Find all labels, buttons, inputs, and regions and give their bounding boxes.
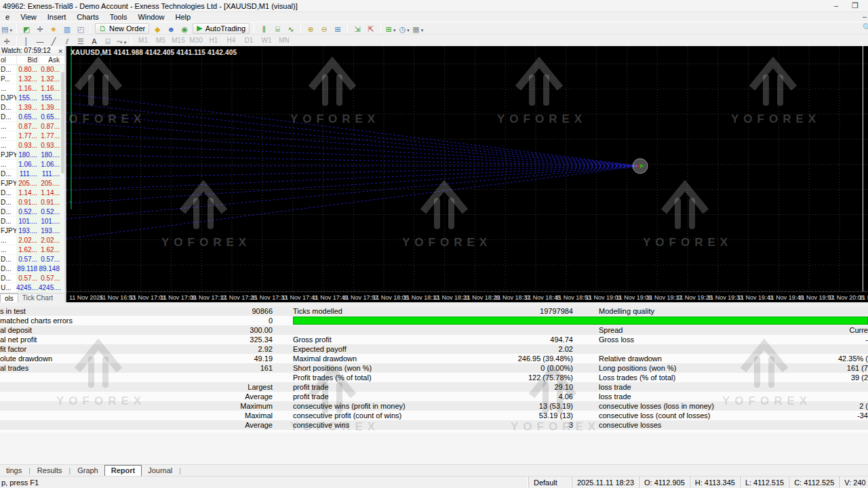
market-watch-row[interactable]: ...0.87...0.87... bbox=[0, 122, 64, 131]
trendline-icon[interactable]: ╱ bbox=[47, 35, 60, 46]
templates-dropdown-icon[interactable]: ▦▾ bbox=[412, 23, 424, 34]
timeframe-button-m5[interactable]: M5 bbox=[153, 36, 169, 45]
zoom-in-icon[interactable]: ⊕ bbox=[304, 23, 317, 34]
text-label-icon[interactable]: ⌺ bbox=[102, 35, 114, 46]
market-watch-row[interactable]: FJPY193....193.... bbox=[0, 226, 64, 236]
menu-window[interactable]: Window bbox=[132, 12, 170, 22]
search-icon[interactable]: 🔍 bbox=[863, 23, 868, 33]
restore-button[interactable]: ❐ bbox=[848, 1, 863, 11]
experts-icon[interactable]: ☻ bbox=[165, 23, 177, 34]
menu-view[interactable]: View bbox=[15, 12, 42, 22]
market-watch-tab-tick-chart[interactable]: Tick Chart bbox=[18, 293, 57, 302]
crosshair-move-icon[interactable]: ✛ bbox=[34, 23, 46, 34]
timeframe-button-h1[interactable]: H1 bbox=[205, 36, 222, 45]
market-watch-row[interactable]: ...1.77...1.77... bbox=[0, 131, 64, 141]
chart-window-minimize-button[interactable]: – bbox=[863, 12, 867, 20]
cursor-crosshair-icon[interactable]: ✛ bbox=[1, 35, 13, 46]
tile-windows-icon[interactable]: ⊞ bbox=[332, 23, 344, 34]
market-watch-row[interactable]: D...0.65...0.65... bbox=[0, 113, 64, 122]
zoom-out-icon[interactable]: ⊖ bbox=[318, 23, 330, 34]
timeframe-button-d1[interactable]: D1 bbox=[241, 36, 257, 45]
bar-chart-icon[interactable]: ⫼ bbox=[258, 23, 270, 34]
timeframe-button-m15[interactable]: M15 bbox=[170, 36, 186, 45]
scrollbar-thumb[interactable] bbox=[61, 72, 64, 174]
time-axis[interactable]: 11 Nov 202511 Nov 16:5311 Nov 17:0111 No… bbox=[66, 291, 868, 302]
line-chart-icon[interactable]: ∿ bbox=[285, 23, 297, 34]
market-watch-row[interactable]: D...0.80...0.80... bbox=[0, 65, 64, 75]
indicator-lamp-icon[interactable]: ◆ bbox=[151, 23, 163, 34]
tester-tab-tings[interactable]: tings bbox=[0, 466, 28, 476]
indicators-dropdown-icon[interactable]: ⊞▾ bbox=[384, 23, 397, 34]
fibonacci-icon[interactable]: ☰ bbox=[75, 35, 87, 46]
chart-shift-icon[interactable]: ⇱ bbox=[365, 23, 377, 34]
menu-charts[interactable]: Charts bbox=[71, 12, 104, 22]
tester-tab-results[interactable]: Results bbox=[31, 466, 68, 476]
menu-help[interactable]: Help bbox=[170, 12, 197, 22]
close-icon[interactable]: ✕ bbox=[58, 47, 63, 56]
auto-scroll-icon[interactable]: ⇲ bbox=[351, 23, 363, 34]
market-watch-row[interactable]: PJPY180....180.... bbox=[0, 150, 64, 160]
market-watch-row[interactable]: D...0.57...0.57... bbox=[0, 255, 64, 264]
report-label-2: consecutive wins bbox=[293, 420, 435, 430]
market-watch-row[interactable]: FJPY205....205.... bbox=[0, 179, 64, 188]
new-order-icon: 🗋 bbox=[99, 24, 106, 33]
timeframe-button-m1[interactable]: M1 bbox=[135, 36, 151, 45]
profiles-icon[interactable]: ◩ bbox=[20, 23, 33, 34]
market-watch-row[interactable]: P...1.32...1.32... bbox=[0, 75, 64, 84]
column-symbol[interactable]: ol bbox=[0, 56, 16, 64]
market-watch-scrollbar[interactable] bbox=[61, 65, 64, 293]
column-ask[interactable]: Ask bbox=[39, 56, 61, 64]
autotrading-button[interactable]: ▶AutoTrading bbox=[193, 23, 250, 34]
market-watch-row[interactable]: D...89.11889.148 bbox=[0, 264, 64, 274]
market-watch-row[interactable]: ...2.02...2.02... bbox=[0, 236, 64, 245]
market-watch-row[interactable]: D...101....101.... bbox=[0, 217, 64, 226]
report-label-2: consecutive profit (count of wins) bbox=[293, 411, 435, 420]
column-bid[interactable]: Bid bbox=[16, 56, 39, 64]
market-watch-row[interactable]: ...1.16...1.16... bbox=[0, 84, 64, 94]
timeframe-button-h4[interactable]: H4 bbox=[223, 36, 239, 45]
symbol-cell: D... bbox=[0, 274, 16, 283]
navigator-window-icon[interactable]: ◰ bbox=[75, 23, 87, 34]
market-watch-row[interactable]: D...0.57...0.57... bbox=[0, 274, 64, 283]
periods-dropdown-icon[interactable]: ◷▾ bbox=[398, 23, 410, 34]
new-order-button[interactable]: 🗋New Order bbox=[95, 23, 149, 34]
tester-tab-journal[interactable]: Journal bbox=[142, 466, 178, 476]
horizontal-line-icon[interactable]: — bbox=[34, 35, 46, 46]
market-watch-row[interactable]: ...0.93...0.93... bbox=[0, 141, 64, 150]
bid-cell: 0.93... bbox=[16, 141, 39, 150]
arrows-dropdown-icon[interactable]: ⤳▾ bbox=[115, 35, 127, 46]
timeframe-button-mn[interactable]: MN bbox=[276, 36, 292, 45]
market-watch-tab-ols[interactable]: ols bbox=[0, 293, 18, 302]
price-chart[interactable]: XAUUSD,M1 4141.988 4142.405 4141.115 414… bbox=[66, 46, 868, 302]
autotrading-icon: ▶ bbox=[197, 24, 202, 33]
menu-file[interactable]: e bbox=[0, 12, 15, 22]
candlestick-chart-icon[interactable]: ⌸ bbox=[271, 23, 283, 34]
tester-tab-report[interactable]: Report bbox=[104, 465, 142, 476]
bid-cell: 1.14... bbox=[16, 188, 39, 197]
market-watch-row[interactable]: D...1.14...1.14... bbox=[0, 188, 64, 198]
minimize-button[interactable]: – bbox=[829, 1, 844, 11]
tester-tab-graph[interactable]: Graph bbox=[71, 466, 104, 476]
market-watch-row[interactable]: ...1.62...1.62... bbox=[0, 245, 64, 255]
timeframe-button-m30[interactable]: M30 bbox=[188, 36, 204, 45]
market-watch-row[interactable]: D...0.52...0.52... bbox=[0, 207, 64, 217]
market-watch-row[interactable]: D...0.91...0.91... bbox=[0, 198, 64, 207]
status-profile[interactable]: Default bbox=[528, 476, 572, 488]
report-value-2: 122 (75.78%) bbox=[435, 373, 573, 382]
price-chart-canvas[interactable] bbox=[66, 46, 868, 291]
market-watch-row[interactable]: D...111....111.... bbox=[0, 169, 64, 179]
menu-insert[interactable]: Insert bbox=[42, 12, 72, 22]
text-icon[interactable]: A bbox=[88, 35, 100, 46]
market-watch-row[interactable]: D...1.39...1.39... bbox=[0, 103, 64, 113]
vertical-line-icon[interactable]: │ bbox=[20, 35, 33, 46]
favorites-icon[interactable]: ★ bbox=[47, 23, 60, 34]
menu-tools[interactable]: Tools bbox=[104, 12, 133, 22]
market-watch-window-icon[interactable]: ▥ bbox=[61, 23, 73, 34]
chart-profile-dropdown-icon[interactable]: ▤▾ bbox=[1, 23, 13, 34]
signals-icon[interactable]: ◉ bbox=[178, 23, 191, 34]
timeframe-button-w1[interactable]: W1 bbox=[258, 36, 275, 45]
channel-icon[interactable]: ⫽ bbox=[61, 35, 73, 46]
market-watch-row[interactable]: ...1.06...1.06... bbox=[0, 160, 64, 169]
market-watch-row[interactable]: U...4245....4245.... bbox=[0, 283, 64, 293]
market-watch-row[interactable]: DJPY155....155.... bbox=[0, 94, 64, 103]
